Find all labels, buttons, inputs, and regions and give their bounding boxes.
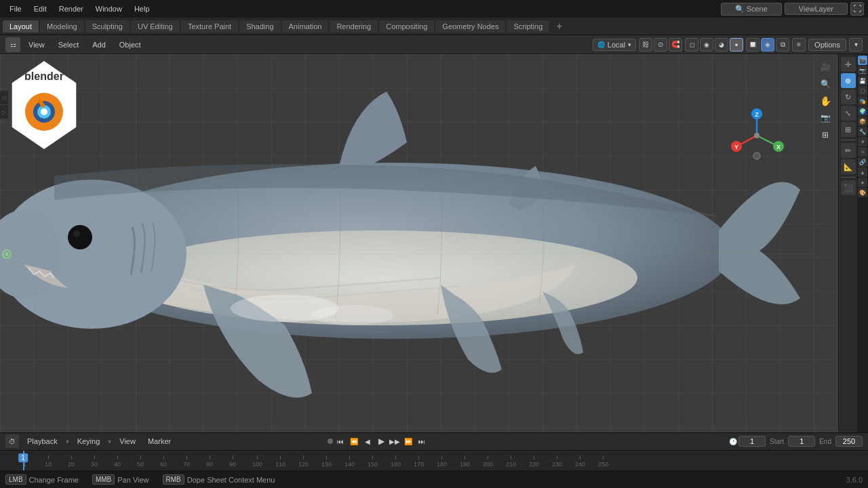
viewport-overlay-icons: 🎥 🔍 ✋ 📷 ⊞: [818, 60, 833, 142]
timeline: ⏱ Playback ▾ Keying ▾ View Marker ⏮ ⏪ ◀ …: [0, 432, 868, 470]
prop-particles-icon[interactable]: ✦: [858, 137, 867, 146]
tl-keying-menu[interactable]: Keying: [73, 436, 104, 447]
measure-tool[interactable]: 📐: [841, 159, 856, 174]
camera-perspective-icon[interactable]: 🎥: [818, 60, 833, 75]
snap-icon[interactable]: 🧲: [669, 38, 682, 52]
prop-render-icon[interactable]: 📷: [858, 66, 867, 75]
frame-ruler[interactable]: 1 1 10 20 30 40 50 60 70 80 90 100 110 1…: [3, 451, 865, 470]
playback-dot[interactable]: [328, 439, 333, 444]
tab-sculpting[interactable]: Sculpting: [85, 20, 130, 33]
step-back-btn[interactable]: ⏪: [348, 435, 360, 447]
viewport-gizmo-toggle[interactable]: 🔲: [746, 38, 760, 52]
prop-constraints-icon[interactable]: 🔗: [858, 157, 867, 167]
scale-tool[interactable]: ⤡: [841, 106, 856, 121]
timeline-frames[interactable]: 1 1 10 20 30 40 50 60 70 80 90 100 110 1…: [0, 451, 868, 470]
tab-rendering[interactable]: Rendering: [330, 20, 378, 33]
viewport-menu-add[interactable]: Add: [87, 39, 111, 50]
fullscreen-icon[interactable]: ⛶: [850, 2, 864, 16]
frame-tick-140: 140: [344, 451, 355, 470]
tab-texture-paint[interactable]: Texture Paint: [181, 20, 238, 33]
tab-compositing[interactable]: Compositing: [379, 20, 434, 33]
left-edge-icon-1[interactable]: ◁: [0, 91, 8, 104]
right-toolbar: ✛ ⊕ ↻ ⤡ ⊞ ✏ 📐 ⬛: [838, 54, 857, 432]
add-workspace-btn[interactable]: +: [553, 20, 565, 33]
menu-window[interactable]: Window: [90, 3, 127, 14]
viewport-hand-icon[interactable]: ✋: [818, 94, 833, 108]
step-forward-btn[interactable]: ⏩: [402, 435, 414, 447]
prop-physics-icon[interactable]: ⚛: [858, 147, 867, 157]
frame-tick-200: 200: [483, 451, 493, 470]
prop-world-icon[interactable]: 🌍: [858, 106, 867, 116]
jump-start-btn[interactable]: ⏮: [334, 435, 347, 447]
svg-point-14: [312, 305, 393, 325]
menu-help[interactable]: Help: [129, 3, 155, 14]
prop-data-icon[interactable]: ▲: [858, 167, 867, 177]
play-forward-btn[interactable]: ▶▶: [389, 435, 401, 447]
viewport-options-toggle[interactable]: ≡: [792, 38, 806, 52]
local-dropdown[interactable]: 🌐 Local ▾: [593, 39, 636, 51]
main-content: blender ◁ ▷: [0, 54, 868, 432]
tab-layout[interactable]: Layout: [3, 20, 39, 33]
menu-render[interactable]: Render: [54, 3, 89, 14]
play-btn[interactable]: ▶: [375, 435, 387, 447]
tab-uv-editing[interactable]: UV Editing: [131, 20, 180, 33]
prop-modifier-icon[interactable]: 🔧: [858, 127, 867, 136]
shark-model: [0, 54, 838, 432]
viewport-menu-view[interactable]: View: [23, 39, 50, 50]
prop-material-icon[interactable]: ●: [858, 178, 867, 187]
material-shading-btn[interactable]: ◕: [715, 38, 728, 52]
transform-tool[interactable]: ⊞: [841, 122, 856, 137]
link-icon[interactable]: ⛓: [639, 38, 652, 52]
play-back-btn[interactable]: ◀: [361, 435, 374, 447]
svg-point-5: [41, 108, 47, 115]
editor-type-icon[interactable]: ⚏: [5, 37, 20, 52]
tab-shading[interactable]: Shading: [239, 20, 280, 33]
tl-view-menu[interactable]: View: [115, 436, 140, 447]
options-chevron-icon[interactable]: ▾: [849, 38, 863, 52]
viewport-overlay-toggle[interactable]: ◈: [761, 38, 774, 52]
options-button[interactable]: Options: [808, 39, 846, 51]
viewport-xray-toggle[interactable]: ⧉: [776, 38, 789, 52]
proportional-edit-icon[interactable]: ⊙: [654, 38, 667, 52]
tab-geometry-nodes[interactable]: Geometry Nodes: [435, 20, 505, 33]
3d-viewport[interactable]: blender ◁ ▷: [0, 54, 838, 432]
current-frame-input[interactable]: 1: [738, 436, 766, 447]
svg-point-12: [73, 230, 80, 237]
jump-end-btn[interactable]: ⏭: [416, 435, 428, 447]
prop-scene-icon[interactable]: 🎬: [858, 56, 867, 65]
tab-animation[interactable]: Animation: [282, 20, 329, 33]
left-edge-icon-2[interactable]: ▷: [0, 105, 8, 119]
grid-toggle-icon[interactable]: ⊞: [818, 127, 833, 142]
tab-modeling[interactable]: Modeling: [40, 20, 84, 33]
prop-viewlayer-icon[interactable]: ⬡: [858, 86, 867, 96]
tab-scripting[interactable]: Scripting: [507, 20, 549, 33]
cursor-tool[interactable]: ✛: [841, 57, 856, 72]
timeline-header: ⏱ Playback ▾ Keying ▾ View Marker ⏮ ⏪ ◀ …: [0, 433, 868, 451]
timeline-editor-type[interactable]: ⏱: [5, 434, 19, 448]
viewport-menu-object[interactable]: Object: [114, 39, 146, 50]
tl-playback-menu[interactable]: Playback: [23, 436, 62, 447]
prop-texture-icon[interactable]: 🎨: [858, 188, 867, 197]
frame-tick-80: 80: [206, 451, 213, 470]
menu-edit[interactable]: Edit: [28, 3, 52, 14]
tl-marker-menu[interactable]: Marker: [144, 436, 175, 447]
prop-scene-props-icon[interactable]: 🎭: [858, 96, 867, 106]
frame-start-input[interactable]: 1: [788, 436, 815, 447]
properties-panel: 🎬 📷 💾 ⬡ 🎭 🌍 📦 🔧 ✦ ⚛ 🔗 ▲ ● 🎨: [857, 54, 868, 432]
viewport-menu-select[interactable]: Select: [53, 39, 85, 50]
rendered-shading-btn[interactable]: ●: [730, 38, 743, 52]
viewport-search-icon[interactable]: 🔍: [818, 77, 833, 92]
annotate-tool[interactable]: ✏: [841, 143, 856, 158]
wireframe-shading-btn[interactable]: ◻: [685, 38, 698, 52]
frame-end-input[interactable]: 250: [835, 436, 863, 447]
rotate-tool[interactable]: ↻: [841, 89, 856, 104]
move-tool[interactable]: ⊕: [841, 73, 856, 88]
solid-shading-btn[interactable]: ◉: [700, 38, 713, 52]
viewport-gizmo[interactable]: Z X Y: [730, 108, 784, 163]
mmb-key: MMB: [92, 474, 115, 485]
camera-icon[interactable]: 📷: [818, 110, 833, 125]
menu-file[interactable]: File: [4, 3, 27, 14]
prop-object-icon[interactable]: 📦: [858, 117, 867, 126]
prop-output-icon[interactable]: 💾: [858, 76, 867, 85]
add-cube-tool[interactable]: ⬛: [841, 180, 856, 195]
